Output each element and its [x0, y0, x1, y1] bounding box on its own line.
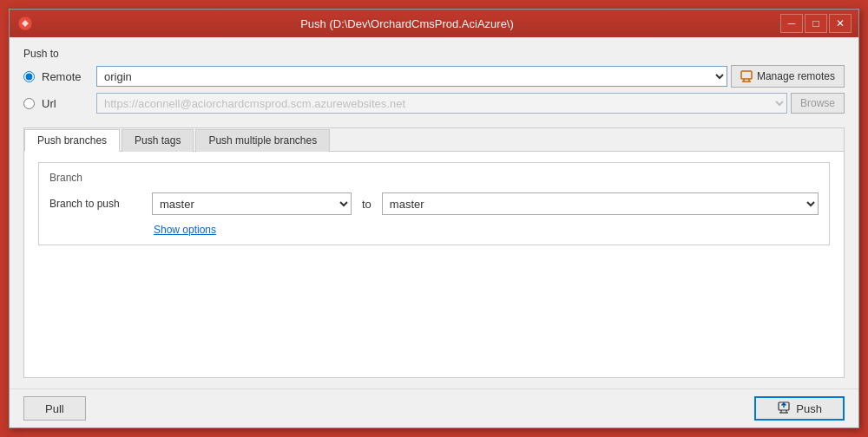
show-options-link[interactable]: Show options	[154, 224, 819, 236]
title-bar-left	[16, 15, 34, 32]
manage-remotes-icon	[740, 70, 753, 82]
url-row: Url https://aconnell@aciorchardcmsprod.s…	[23, 93, 845, 114]
manage-remotes-button[interactable]: Manage remotes	[731, 65, 845, 88]
url-dropdown: https://aconnell@aciorchardcmsprod.scm.a…	[96, 93, 787, 114]
push-to-section: Push to Remote origin	[23, 48, 845, 119]
tabs-section: Push branches Push tags Push multiple br…	[23, 127, 845, 378]
app-icon	[16, 15, 34, 32]
manage-remotes-label: Manage remotes	[757, 70, 835, 82]
title-bar: Push (D:\Dev\OrchardCmsProd.AciAzure\) ─…	[10, 10, 858, 37]
url-radio-label[interactable]: Url	[42, 97, 89, 110]
close-button[interactable]: ✕	[829, 14, 852, 33]
remote-dropdown[interactable]: origin	[96, 66, 727, 87]
branch-to-push-row: Branch to push master to master	[49, 192, 819, 215]
remote-row: Remote origin	[23, 65, 845, 88]
window-title: Push (D:\Dev\OrchardCmsProd.AciAzure\)	[34, 17, 780, 30]
svg-rect-1	[741, 71, 752, 79]
branch-from-dropdown[interactable]: master	[152, 192, 352, 215]
tab-push-branches-label: Push branches	[37, 134, 107, 147]
tab-bar: Push branches Push tags Push multiple br…	[24, 128, 844, 152]
branch-group-label: Branch	[49, 172, 819, 184]
remote-radio-label[interactable]: Remote	[42, 70, 89, 83]
main-window: Push (D:\Dev\OrchardCmsProd.AciAzure\) ─…	[9, 9, 859, 428]
url-radio[interactable]	[23, 98, 35, 109]
push-button-icon	[777, 401, 791, 417]
branch-to-push-label: Branch to push	[49, 198, 145, 210]
main-content: Push to Remote origin	[10, 37, 858, 388]
tab-push-tags[interactable]: Push tags	[122, 129, 194, 152]
tab-push-tags-label: Push tags	[135, 134, 181, 147]
window-controls: ─ □ ✕	[780, 14, 852, 33]
tab-push-multiple-label: Push multiple branches	[208, 134, 317, 147]
to-label: to	[362, 198, 372, 211]
tab-content-push-branches: Branch Branch to push master to master S…	[24, 152, 844, 377]
maximize-button[interactable]: □	[805, 14, 827, 33]
remote-radio[interactable]	[23, 71, 35, 82]
branch-group: Branch Branch to push master to master S…	[38, 162, 830, 245]
tab-push-branches[interactable]: Push branches	[24, 129, 120, 152]
browse-button: Browse	[791, 93, 845, 114]
bottom-bar: Pull Push	[10, 388, 858, 427]
tab-push-multiple[interactable]: Push multiple branches	[195, 129, 330, 152]
push-button[interactable]: Push	[754, 396, 845, 421]
remote-dropdown-wrapper: origin Manage remotes	[96, 65, 845, 88]
push-button-label: Push	[796, 402, 822, 415]
minimize-button[interactable]: ─	[780, 14, 803, 33]
pull-button[interactable]: Pull	[23, 396, 86, 421]
branch-to-dropdown[interactable]: master	[382, 192, 819, 215]
url-dropdown-wrapper: https://aconnell@aciorchardcmsprod.scm.a…	[96, 93, 845, 114]
push-to-label: Push to	[23, 48, 845, 60]
